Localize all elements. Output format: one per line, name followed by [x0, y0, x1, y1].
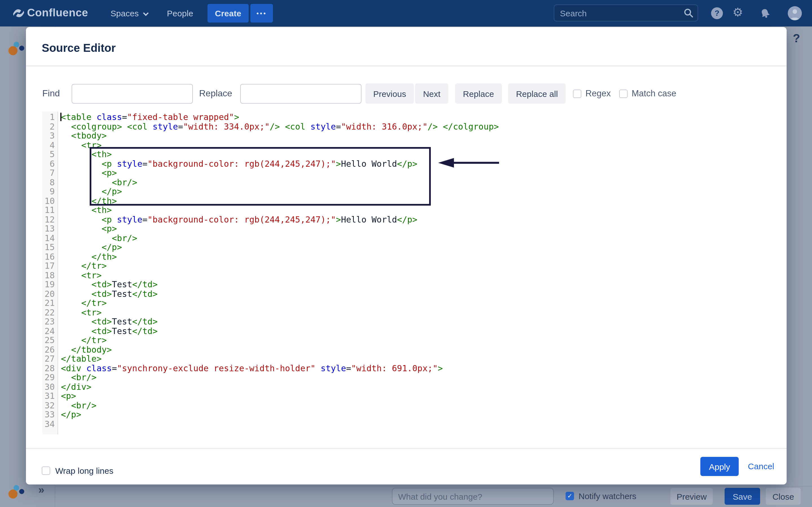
code-line[interactable]: </div> [61, 382, 771, 392]
replace-button[interactable]: Replace [455, 83, 502, 104]
code-line[interactable]: <th> [61, 150, 771, 159]
space-logo-dot-navy [19, 46, 24, 51]
help-icon[interactable]: ? [711, 7, 723, 19]
nav-people[interactable]: People [167, 0, 193, 26]
line-number: 27 [42, 354, 57, 363]
code-line[interactable]: <p> [61, 168, 771, 178]
code-line[interactable]: <br/> [61, 401, 771, 410]
line-number: 26 [42, 345, 57, 354]
confluence-logo-icon[interactable] [13, 7, 24, 19]
code-line[interactable]: <br/> [61, 233, 771, 243]
line-number: 20 [42, 289, 57, 298]
replace-all-button[interactable]: Replace all [508, 83, 566, 104]
regex-checkbox[interactable]: ✓ [573, 89, 581, 98]
sidebar-expand-icon[interactable]: » [38, 484, 44, 496]
top-navbar: Confluence Spaces People Create ••• ? ⚙ [0, 0, 812, 26]
line-number: 25 [42, 336, 57, 345]
line-number: 12 [42, 215, 57, 224]
line-number: 22 [42, 308, 57, 317]
source-code-editor[interactable]: 1234567891011121314151617181920212223242… [42, 112, 771, 434]
source-editor-dialog: Source Editor Find Replace Previous Next… [26, 27, 786, 485]
space-logo-icon-bottom[interactable] [8, 485, 24, 499]
search-input[interactable] [554, 4, 698, 21]
brand-title[interactable]: Confluence [27, 6, 88, 19]
code-line[interactable]: <td>Test</td> [61, 289, 771, 298]
space-logo-dot-orange [8, 46, 17, 55]
find-input[interactable] [71, 83, 193, 103]
line-number: 4 [42, 140, 57, 150]
create-more-button[interactable]: ••• [250, 4, 273, 22]
code-line[interactable]: <th> [61, 206, 771, 215]
code-line[interactable]: <td>Test</td> [61, 317, 771, 327]
nav-spaces-label: Spaces [110, 8, 139, 18]
notify-watchers-checkbox[interactable]: ✓ [566, 492, 574, 500]
save-button[interactable]: Save [725, 488, 760, 505]
code-line[interactable]: <p style="background-color: rgb(244,245,… [61, 159, 771, 168]
code-line[interactable]: </p> [61, 187, 771, 196]
editor-help-button[interactable]: ? [793, 32, 800, 45]
code-line[interactable]: <table class="fixed-table wrapped"> [61, 113, 771, 122]
help-glyph: ? [714, 8, 719, 17]
code-line[interactable]: <br/> [61, 178, 771, 187]
user-avatar[interactable] [788, 6, 802, 20]
replace-input[interactable] [240, 83, 361, 103]
find-label: Find [42, 89, 60, 99]
apply-button[interactable]: Apply [700, 457, 739, 476]
regex-label: Regex [586, 89, 611, 99]
settings-gear-icon[interactable]: ⚙ [732, 5, 743, 20]
code-line[interactable]: </p> [61, 243, 771, 252]
match-case-checkbox[interactable]: ✓ [619, 89, 627, 98]
line-number: 7 [42, 168, 57, 178]
line-number: 30 [42, 382, 57, 392]
code-line[interactable]: </th> [61, 252, 771, 262]
code-line[interactable]: <tr> [61, 140, 771, 150]
code-line[interactable]: <div class="synchrony-exclude resize-wid… [61, 363, 771, 373]
text-cursor [60, 113, 61, 121]
code-line[interactable]: <td>Test</td> [61, 327, 771, 336]
code-line[interactable]: <p style="background-color: rgb(244,245,… [61, 215, 771, 224]
code-line[interactable]: </tbody> [61, 345, 771, 354]
wrap-long-lines-checkbox[interactable]: ✓ [42, 466, 50, 474]
code-line[interactable]: </tr> [61, 336, 771, 345]
line-number: 19 [42, 280, 57, 289]
line-number: 16 [42, 252, 57, 262]
version-comment-input[interactable] [392, 488, 554, 505]
find-previous-button[interactable]: Previous [365, 83, 414, 104]
code-line[interactable]: </p> [61, 410, 771, 419]
line-number: 32 [42, 401, 57, 410]
close-button[interactable]: Close [766, 488, 801, 505]
code-line[interactable] [61, 419, 771, 429]
code-line[interactable]: <tr> [61, 271, 771, 280]
code-line[interactable]: <tr> [61, 308, 771, 317]
code-line[interactable]: <td>Test</td> [61, 280, 771, 289]
person-icon [788, 6, 802, 20]
dialog-title: Source Editor [42, 42, 116, 55]
code-line[interactable]: <p> [61, 392, 771, 401]
nav-spaces[interactable]: Spaces [110, 0, 147, 26]
code-line[interactable]: </th> [61, 196, 771, 206]
code-line[interactable]: </tr> [61, 262, 771, 271]
line-number: 2 [42, 122, 57, 131]
cancel-button[interactable]: Cancel [748, 457, 774, 476]
find-replace-toolbar: Find Replace Previous Next Replace Repla… [42, 83, 676, 104]
replace-label: Replace [199, 89, 232, 99]
code-line[interactable]: </table> [61, 354, 771, 363]
wrap-long-lines-label: Wrap long lines [55, 466, 113, 475]
code-line[interactable]: <br/> [61, 373, 771, 382]
ellipsis-icon: ••• [256, 9, 267, 17]
code-line[interactable]: </tr> [61, 298, 771, 308]
line-number: 10 [42, 196, 57, 206]
line-number: 9 [42, 187, 57, 196]
code-line[interactable]: <tbody> [61, 131, 771, 140]
create-button[interactable]: Create [207, 4, 249, 22]
nav-people-label: People [167, 8, 193, 18]
space-logo-icon[interactable] [8, 42, 24, 56]
code-lines[interactable]: <table class="fixed-table wrapped"> <col… [61, 113, 771, 429]
line-number: 3 [42, 131, 57, 140]
code-line[interactable]: <p> [61, 224, 771, 233]
preview-button[interactable]: Preview [670, 488, 713, 505]
find-next-button[interactable]: Next [415, 83, 448, 104]
notifications-bell-icon[interactable] [759, 7, 771, 20]
code-line[interactable]: <colgroup> <col style="width: 334.0px;"/… [61, 122, 771, 131]
line-number: 6 [42, 159, 57, 168]
